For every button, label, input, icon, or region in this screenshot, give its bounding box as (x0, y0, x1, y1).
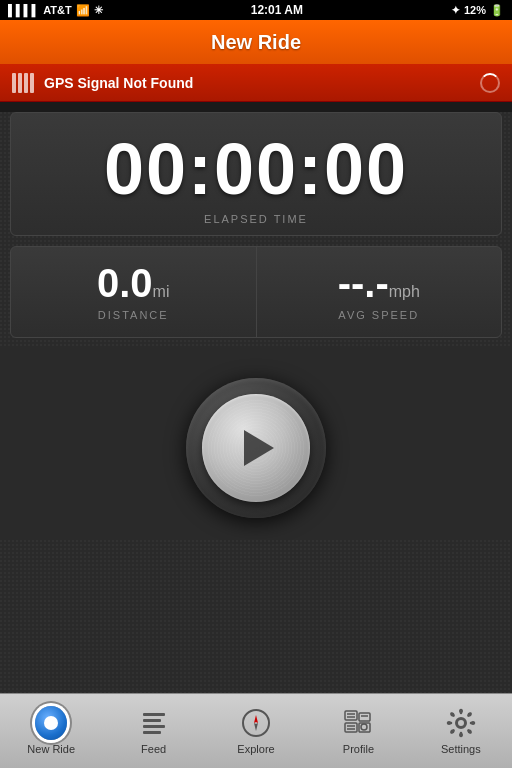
start-button-inner (202, 394, 310, 502)
tab-feed-label: Feed (141, 743, 166, 755)
timer-display: 00:00:00 (21, 133, 491, 205)
distance-value: 0.0mi (21, 263, 246, 303)
svg-marker-1 (254, 723, 258, 731)
stats-section: 0.0mi DISTANCE --.-mph AVG SPEED (10, 246, 502, 338)
avg-speed-stat: --.-mph AVG SPEED (257, 247, 502, 337)
start-button[interactable] (186, 378, 326, 518)
battery-icon: 🔋 (490, 4, 504, 17)
tab-explore[interactable]: Explore (205, 694, 307, 768)
new-ride-icon-wrap (35, 707, 67, 739)
explore-icon-wrap (240, 707, 272, 739)
tab-explore-label: Explore (237, 743, 274, 755)
svg-point-17 (450, 712, 454, 716)
avg-speed-unit: mph (389, 283, 420, 300)
compass-svg (246, 713, 266, 733)
svg-rect-5 (359, 713, 370, 721)
main-area: 00:00:00 ELAPSED TIME 0.0mi DISTANCE --.… (0, 112, 512, 703)
gps-banner: GPS Signal Not Found (0, 64, 512, 102)
svg-marker-0 (254, 715, 258, 723)
clock: 12:01 AM (251, 3, 303, 17)
distance-stat: 0.0mi DISTANCE (11, 247, 257, 337)
svg-rect-2 (345, 711, 357, 720)
bluetooth-icon: ✦ (451, 4, 460, 17)
new-ride-icon (35, 706, 67, 740)
header: New Ride (0, 20, 512, 64)
battery-area: ✦ 12% 🔋 (451, 4, 504, 17)
tab-profile-label: Profile (343, 743, 374, 755)
gear-icon (446, 708, 476, 738)
gps-message: GPS Signal Not Found (44, 75, 193, 91)
svg-point-19 (450, 730, 454, 734)
tab-profile[interactable]: Profile (307, 694, 409, 768)
settings-icon-wrap (445, 707, 477, 739)
profile-icon-wrap (342, 707, 374, 739)
tab-feed[interactable]: Feed (102, 694, 204, 768)
svg-point-20 (467, 712, 471, 716)
gps-spinner-icon (480, 73, 500, 93)
new-ride-icon-inner (44, 716, 58, 730)
status-bar: ▌▌▌▌ AT&T 📶 ✳ 12:01 AM ✦ 12% 🔋 (0, 0, 512, 20)
carrier-info: ▌▌▌▌ AT&T 📶 ✳ (8, 4, 103, 17)
svg-rect-7 (345, 723, 357, 732)
svg-point-11 (361, 724, 367, 730)
svg-point-13 (459, 709, 463, 713)
tab-settings[interactable]: Settings (410, 694, 512, 768)
timer-section: 00:00:00 ELAPSED TIME (10, 112, 502, 236)
play-area (0, 348, 512, 538)
tab-bar: New Ride Feed Explore (0, 693, 512, 768)
play-icon (244, 430, 274, 466)
page-title: New Ride (211, 31, 301, 54)
elapsed-label: ELAPSED TIME (21, 213, 491, 225)
gps-stripes-icon (12, 73, 34, 93)
loading-icon: ✳ (94, 4, 103, 17)
feed-icon-wrap (138, 707, 170, 739)
svg-point-15 (447, 721, 451, 725)
avg-speed-label: AVG SPEED (267, 309, 492, 321)
distance-unit: mi (153, 283, 170, 300)
tab-new-ride[interactable]: New Ride (0, 694, 102, 768)
tab-new-ride-label: New Ride (27, 743, 75, 755)
compass-icon (242, 709, 270, 737)
svg-point-18 (467, 730, 471, 734)
wifi-icon: 📶 (76, 4, 90, 17)
battery-percent: 12% (464, 4, 486, 16)
svg-point-14 (459, 733, 463, 737)
tab-settings-label: Settings (441, 743, 481, 755)
avg-speed-value: --.-mph (267, 263, 492, 303)
distance-label: DISTANCE (21, 309, 246, 321)
signal-bars: ▌▌▌▌ (8, 4, 39, 16)
svg-point-16 (471, 721, 475, 725)
profile-icon (343, 709, 373, 737)
svg-point-12 (457, 719, 465, 727)
feed-icon (141, 711, 167, 736)
carrier-name: AT&T (43, 4, 72, 16)
